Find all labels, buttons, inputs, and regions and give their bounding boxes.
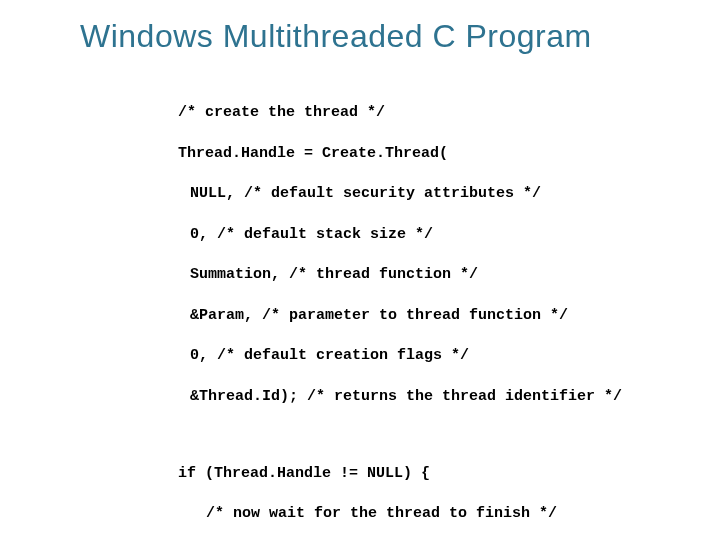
code-line: /* now wait for the thread to finish */ bbox=[150, 504, 690, 524]
code-line: 0, /* default stack size */ bbox=[150, 225, 690, 245]
slide-title: Windows Multithreaded C Program bbox=[80, 18, 690, 55]
code-line: Thread.Handle = Create.Thread( bbox=[150, 144, 690, 164]
code-line: &Param, /* parameter to thread function … bbox=[150, 306, 690, 326]
code-line: 0, /* default creation flags */ bbox=[150, 346, 690, 366]
blank-line bbox=[150, 427, 690, 443]
slide: Windows Multithreaded C Program /* creat… bbox=[0, 0, 720, 540]
code-line: /* create the thread */ bbox=[150, 103, 690, 123]
code-line: if (Thread.Handle != NULL) { bbox=[150, 464, 690, 484]
code-line: Summation, /* thread function */ bbox=[150, 265, 690, 285]
code-block: /* create the thread */ Thread.Handle = … bbox=[150, 83, 690, 540]
code-line: NULL, /* default security attributes */ bbox=[150, 184, 690, 204]
code-line: &Thread.Id); /* returns the thread ident… bbox=[150, 387, 690, 407]
